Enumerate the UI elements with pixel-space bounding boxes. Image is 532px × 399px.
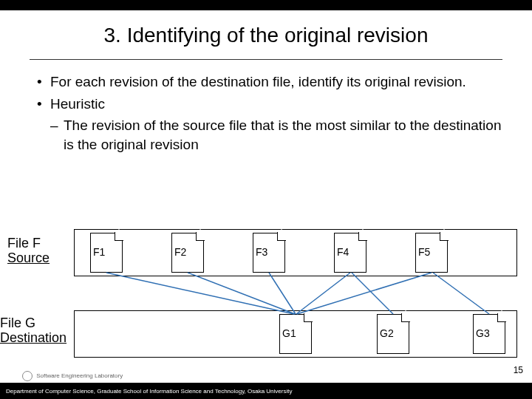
file-icon-f5: F5 [415, 233, 448, 273]
svg-line-3 [296, 273, 350, 314]
file-icon-g3: G3 [473, 314, 505, 354]
bullet-marker: • [37, 95, 50, 114]
file-icon-f3: F3 [253, 233, 285, 273]
source-row-label: File F Source [7, 236, 50, 266]
svg-line-2 [269, 273, 296, 314]
file-label: F5 [418, 246, 430, 258]
bullet-sub-item: – The revision of the source file that i… [50, 116, 502, 154]
lab-name: Software Engineering Laboratory [36, 372, 123, 379]
file-label: F3 [256, 246, 267, 258]
file-label: F2 [174, 246, 186, 258]
footer-bar: Department of Computer Science, Graduate… [0, 383, 532, 399]
file-icon-f1: F1 [90, 233, 123, 273]
bullet-text: For each revision of the destination fil… [50, 72, 502, 92]
top-black-bar [0, 0, 532, 10]
file-icon-g1: G1 [279, 314, 312, 354]
dest-role: Destination [0, 331, 66, 346]
title-underline [30, 59, 502, 60]
file-icon-g2: G2 [377, 314, 409, 354]
dest-row-label: File G Destination [0, 316, 66, 346]
file-label: G1 [282, 327, 296, 339]
file-label: F4 [337, 246, 349, 258]
bullet-sub-marker: – [50, 116, 64, 154]
source-title: File F [7, 236, 50, 251]
file-icon-f4: F4 [334, 233, 366, 273]
diagram: File F Source F1 F2 F3 F4 F5 File G Dest… [0, 229, 532, 369]
slide: 3. Identifying of the original revision … [0, 0, 532, 399]
file-label: G2 [380, 327, 394, 339]
lab-logo: Software Engineering Laboratory [22, 371, 123, 381]
bullet-list: • For each revision of the destination f… [37, 72, 502, 154]
file-icon-f2: F2 [171, 233, 204, 273]
globe-icon [22, 371, 33, 381]
file-label: G3 [476, 327, 490, 339]
slide-title: 3. Identifying of the original revision [0, 24, 532, 47]
source-role: Source [7, 251, 50, 266]
file-label: F1 [93, 246, 105, 258]
bullet-text: Heuristic [50, 95, 502, 114]
bullet-item: • For each revision of the destination f… [37, 72, 502, 92]
footer-text: Department of Computer Science, Graduate… [6, 388, 292, 395]
svg-line-6 [433, 273, 489, 314]
bullet-sub-text: The revision of the source file that is … [64, 116, 502, 154]
svg-line-1 [188, 273, 295, 314]
bullet-item: • Heuristic [37, 95, 502, 114]
dest-title: File G [0, 316, 66, 331]
svg-line-5 [352, 273, 393, 314]
svg-line-0 [106, 273, 294, 314]
bullet-marker: • [37, 72, 50, 92]
page-number: 15 [514, 365, 523, 375]
svg-line-4 [297, 273, 432, 314]
